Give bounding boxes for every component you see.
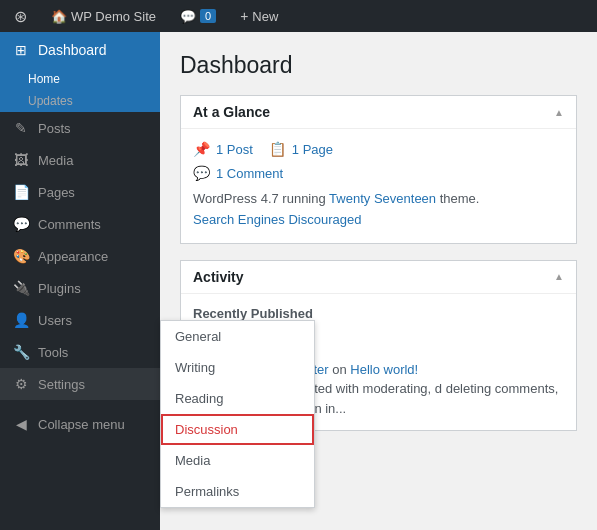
settings-dropdown: General Writing Reading Discussion Media…: [160, 320, 315, 508]
theme-info-text: theme.: [440, 191, 480, 206]
at-a-glance-widget: At a Glance ▲ 📌 1 Post 📋 1 Page 💬 1: [180, 95, 577, 244]
page-title: Dashboard: [180, 52, 577, 79]
at-glance-info: WordPress 4.7 running Twenty Seventeen t…: [193, 189, 564, 231]
new-content-button[interactable]: + New: [234, 0, 284, 32]
at-a-glance-chevron-icon[interactable]: ▲: [554, 107, 564, 118]
wp-logo-button[interactable]: ⊛: [8, 0, 33, 32]
activity-title: Activity: [193, 269, 244, 285]
comment-count: 0: [200, 9, 216, 23]
post-count-link[interactable]: 1 Post: [216, 142, 253, 157]
sidebar-item-updates[interactable]: Updates: [0, 90, 160, 112]
sidebar-collapse-button[interactable]: ◀ Collapse menu: [0, 408, 160, 440]
sidebar-item-pages[interactable]: 📄 Pages: [0, 176, 160, 208]
settings-label: Settings: [38, 377, 85, 392]
collapse-icon: ◀: [12, 416, 30, 432]
dashboard-menu-item[interactable]: ⊞ Dashboard: [0, 32, 160, 68]
settings-writing-item[interactable]: Writing: [161, 352, 314, 383]
page-icon: 📋: [269, 141, 286, 157]
sidebar-item-plugins[interactable]: 🔌 Plugins: [0, 272, 160, 304]
plus-icon: +: [240, 8, 248, 24]
main-layout: ⊞ Dashboard Home Updates ✎ Posts 🖼 Media…: [0, 32, 597, 530]
updates-sub-label: Updates: [28, 94, 73, 108]
users-icon: 👤: [12, 312, 30, 328]
post-stat: 📌 1 Post: [193, 141, 253, 157]
at-a-glance-body: 📌 1 Post 📋 1 Page 💬 1 Comment WordPress …: [181, 129, 576, 243]
comments-sidebar-icon: 💬: [12, 216, 30, 232]
admin-bar: ⊛ 🏠 WP Demo Site 💬 0 + New: [0, 0, 597, 32]
settings-discussion-item[interactable]: Discussion: [161, 414, 314, 445]
new-label: New: [252, 9, 278, 24]
collapse-label: Collapse menu: [38, 417, 125, 432]
pages-icon: 📄: [12, 184, 30, 200]
appearance-icon: 🎨: [12, 248, 30, 264]
sidebar-item-posts[interactable]: ✎ Posts: [0, 112, 160, 144]
home-sub-label: Home: [28, 72, 60, 86]
theme-link[interactable]: Twenty Seventeen: [329, 191, 436, 206]
media-label: Media: [38, 153, 73, 168]
comment-stat-icon: 💬: [193, 165, 210, 181]
settings-general-item[interactable]: General: [161, 321, 314, 352]
settings-permalinks-item[interactable]: Permalinks: [161, 476, 314, 507]
settings-icon: ⚙: [12, 376, 30, 392]
recently-published-label: Recently Published: [193, 306, 564, 321]
at-glance-stats: 📌 1 Post 📋 1 Page: [193, 141, 564, 157]
settings-reading-item[interactable]: Reading: [161, 383, 314, 414]
search-engines-link[interactable]: Search Engines Discouraged: [193, 212, 361, 227]
page-stat: 📋 1 Page: [269, 141, 333, 157]
at-a-glance-header: At a Glance ▲: [181, 96, 576, 129]
comments-sidebar-label: Comments: [38, 217, 101, 232]
sidebar-item-home[interactable]: Home: [0, 68, 160, 90]
site-name-label: WP Demo Site: [71, 9, 156, 24]
plugins-label: Plugins: [38, 281, 81, 296]
comment-stat: 💬 1 Comment: [193, 165, 564, 181]
pages-label: Pages: [38, 185, 75, 200]
comment-icon: 💬: [180, 9, 196, 24]
media-icon: 🖼: [12, 152, 30, 168]
sidebar-item-comments[interactable]: 💬 Comments: [0, 208, 160, 240]
sidebar-item-settings[interactable]: ⚙ Settings: [0, 368, 160, 400]
comment-on-text: on: [332, 362, 346, 377]
comment-post-link[interactable]: Hello world!: [350, 362, 418, 377]
sidebar-item-tools[interactable]: 🔧 Tools: [0, 336, 160, 368]
sidebar-item-users[interactable]: 👤 Users: [0, 304, 160, 336]
sidebar-item-media[interactable]: 🖼 Media: [0, 144, 160, 176]
tools-icon: 🔧: [12, 344, 30, 360]
dashboard-label: Dashboard: [38, 42, 107, 58]
posts-label: Posts: [38, 121, 71, 136]
comment-count-link[interactable]: 1 Comment: [216, 166, 283, 181]
dashboard-section: ⊞ Dashboard Home Updates: [0, 32, 160, 112]
site-name-button[interactable]: 🏠 WP Demo Site: [45, 0, 162, 32]
posts-icon: ✎: [12, 120, 30, 136]
activity-header: Activity ▲: [181, 261, 576, 294]
dashboard-icon: ⊞: [12, 42, 30, 58]
at-a-glance-title: At a Glance: [193, 104, 270, 120]
wp-info-text: WordPress 4.7 running: [193, 191, 326, 206]
page-count-link[interactable]: 1 Page: [292, 142, 333, 157]
users-label: Users: [38, 313, 72, 328]
activity-chevron-icon[interactable]: ▲: [554, 271, 564, 282]
tools-label: Tools: [38, 345, 68, 360]
sidebar: ⊞ Dashboard Home Updates ✎ Posts 🖼 Media…: [0, 32, 160, 530]
home-icon: 🏠: [51, 9, 67, 24]
wp-logo-icon: ⊛: [14, 7, 27, 26]
settings-media-item[interactable]: Media: [161, 445, 314, 476]
post-icon: 📌: [193, 141, 210, 157]
sidebar-item-appearance[interactable]: 🎨 Appearance: [0, 240, 160, 272]
comments-button[interactable]: 💬 0: [174, 0, 222, 32]
appearance-label: Appearance: [38, 249, 108, 264]
plugins-icon: 🔌: [12, 280, 30, 296]
